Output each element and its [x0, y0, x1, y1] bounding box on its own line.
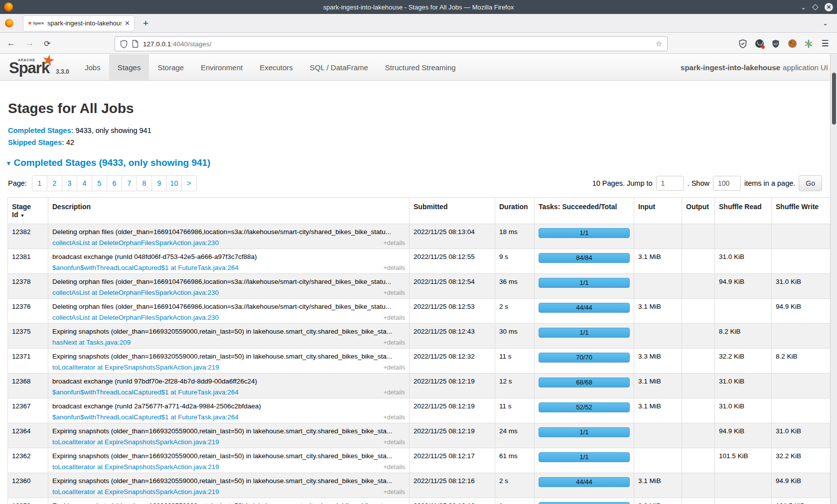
scrollbar-thumb[interactable]	[832, 73, 836, 125]
nav-item-jobs[interactable]: Jobs	[76, 54, 109, 80]
nav-item-structured-streaming[interactable]: Structured Streaming	[377, 54, 464, 80]
description-cell: broadcast exchange (runId 97bdf70e-2f28-…	[48, 374, 410, 398]
nav-item-storage[interactable]: Storage	[149, 54, 192, 80]
completed-stages-section-header[interactable]: ▾ Completed Stages (9433, only showing 9…	[7, 157, 830, 168]
shuffle-write-cell: 94.9 KiB	[772, 473, 831, 498]
stage-detail-link[interactable]: collectAsList at DeleteOrphanFilesSparkA…	[52, 289, 219, 296]
spark-version: 3.3.0	[56, 68, 69, 75]
url-text: 127.0.0.1:4040/stages/	[143, 40, 211, 48]
details-toggle[interactable]: +details	[384, 289, 405, 296]
page-button-5[interactable]: 5	[92, 175, 107, 191]
col-submitted[interactable]: Submitted	[410, 198, 495, 224]
url-bar[interactable]: 127.0.0.1:4040/stages/ ☆	[115, 36, 668, 51]
shield-icon[interactable]	[120, 40, 128, 48]
page-button-10[interactable]: 10	[166, 175, 182, 191]
col-shuffle-write[interactable]: Shuffle Write	[772, 198, 831, 224]
shuffle-read-cell	[715, 224, 772, 249]
nav-item-stages[interactable]: Stages	[109, 54, 149, 80]
page-button-9[interactable]: 9	[151, 175, 167, 191]
description-cell: broadcast exchange (runId 048fd06f-d753-…	[48, 249, 410, 274]
go-button[interactable]: Go	[799, 175, 822, 191]
stage-detail-link[interactable]: toLocalIterator at ExpireSnapshotsSparkA…	[52, 438, 219, 446]
page-button->[interactable]: >	[181, 175, 197, 191]
details-toggle[interactable]: +details	[384, 264, 405, 271]
page-button-4[interactable]: 4	[77, 175, 92, 191]
details-toggle[interactable]: +details	[384, 314, 405, 321]
forward-button[interactable]: →	[25, 38, 34, 48]
pocket-shield-icon[interactable]	[738, 39, 748, 49]
col-tasks[interactable]: Tasks: Succeeded/Total	[535, 198, 634, 224]
nav-item-sql-dataframe[interactable]: SQL / DataFrame	[301, 54, 377, 80]
page-button-3[interactable]: 3	[62, 175, 77, 191]
page-button-1[interactable]: 1	[32, 175, 47, 191]
details-toggle[interactable]: +details	[384, 240, 405, 247]
stage-detail-link[interactable]: toLocalIterator at ExpireSnapshotsSparkA…	[52, 463, 219, 471]
window-minimize-button[interactable]: ⌄	[801, 4, 806, 10]
jump-to-input[interactable]	[656, 176, 684, 191]
output-cell	[682, 224, 715, 249]
details-toggle[interactable]: +details	[384, 389, 405, 396]
skipped-stages-link[interactable]: Skipped Stages:	[8, 138, 64, 146]
stage-detail-link[interactable]: $anonfun$withThreadLocalCaptured$1 at Fu…	[52, 264, 239, 271]
page-button-6[interactable]: 6	[107, 175, 122, 191]
spark-logo[interactable]: APACHE Spark ★ 3.3.0	[8, 54, 65, 80]
cookie-icon[interactable]	[787, 39, 797, 49]
details-toggle[interactable]: +details	[384, 489, 405, 496]
window-maximize-button[interactable]	[812, 4, 819, 10]
completed-stages-link[interactable]: Completed Stages:	[8, 126, 73, 134]
stage-detail-link[interactable]: $anonfun$withThreadLocalCaptured$1 at Fu…	[52, 413, 239, 421]
browser-tab[interactable]: ★Spark spark-ingest-into-lakehous ✕	[23, 16, 134, 31]
stage-detail-link[interactable]: $anonfun$withThreadLocalCaptured$1 at Fu…	[52, 388, 239, 396]
collapse-arrow-icon[interactable]: ▾	[7, 159, 10, 167]
skipped-stages-value: 42	[66, 138, 74, 146]
col-description[interactable]: Description	[48, 198, 410, 224]
spark-nav-bar: APACHE Spark ★ 3.3.0 JobsStagesStorageEn…	[0, 54, 837, 81]
stage-id-cell: 12362	[8, 448, 48, 473]
bookmark-star-icon[interactable]: ☆	[656, 39, 662, 48]
reload-button[interactable]: ⟳	[44, 39, 50, 48]
col-input[interactable]: Input	[634, 198, 682, 224]
window-close-button[interactable]: ✕	[825, 3, 833, 11]
duration-cell: 9 s	[495, 249, 535, 274]
col-duration[interactable]: Duration	[495, 198, 535, 224]
details-toggle[interactable]: +details	[384, 464, 405, 471]
container-mask-icon[interactable]	[754, 39, 764, 49]
details-toggle[interactable]: +details	[384, 414, 405, 421]
back-button[interactable]: ←	[7, 38, 15, 48]
tab-close-icon[interactable]: ✕	[125, 19, 130, 27]
show-count-input[interactable]	[713, 176, 741, 191]
stage-detail-link[interactable]: hasNext at Tasks.java:209	[52, 339, 131, 346]
tasks-progress-bar: 68/68	[539, 378, 630, 387]
details-toggle[interactable]: +details	[384, 439, 405, 446]
details-toggle[interactable]: +details	[384, 339, 405, 346]
page-scrollbar[interactable]	[830, 54, 837, 504]
nav-item-executors[interactable]: Executors	[251, 54, 301, 80]
stage-detail-link[interactable]: collectAsList at DeleteOrphanFilesSparkA…	[52, 314, 219, 321]
stage-id-cell: 12382	[8, 224, 48, 249]
submitted-cell: 2022/11/25 08:12:19	[410, 374, 495, 398]
list-all-tabs-icon[interactable]: ⌄	[823, 19, 828, 27]
page-button-8[interactable]: 8	[137, 175, 152, 191]
details-toggle[interactable]: +details	[384, 364, 405, 371]
page-button-7[interactable]: 7	[122, 175, 137, 191]
pagination-controls: 10 Pages. Jump to . Show items in a page…	[592, 175, 822, 191]
page-icon[interactable]	[132, 40, 139, 48]
nav-item-environment[interactable]: Environment	[192, 54, 251, 80]
shuffle-write-cell: 8.2 KiB	[772, 349, 831, 374]
col-output[interactable]: Output	[682, 198, 715, 224]
col-shuffle-read[interactable]: Shuffle Read	[715, 198, 772, 224]
menu-icon[interactable]: ☰	[820, 39, 830, 49]
stage-detail-link[interactable]: collectAsList at DeleteOrphanFilesSparkA…	[52, 239, 219, 247]
stage-description: Expiring snapshots (older_than=166932055…	[52, 427, 405, 435]
output-cell	[682, 398, 715, 423]
page-button-2[interactable]: 2	[47, 175, 62, 191]
new-tab-button[interactable]: +	[143, 18, 148, 29]
pages-info: 10 Pages. Jump to	[592, 179, 653, 187]
tasks-cell: 44/44	[535, 473, 634, 498]
stage-description: Deleting orphan files (older_than=166910…	[52, 278, 405, 285]
ublock-icon[interactable]: uO	[771, 39, 781, 49]
stage-detail-link[interactable]: toLocalIterator at ExpireSnapshotsSparkA…	[52, 364, 219, 371]
plasma-asterisk-icon[interactable]	[804, 39, 814, 49]
col-stage-id[interactable]: Stage Id▼	[8, 198, 48, 224]
stage-detail-link[interactable]: toLocalIterator at ExpireSnapshotsSparkA…	[52, 488, 219, 496]
